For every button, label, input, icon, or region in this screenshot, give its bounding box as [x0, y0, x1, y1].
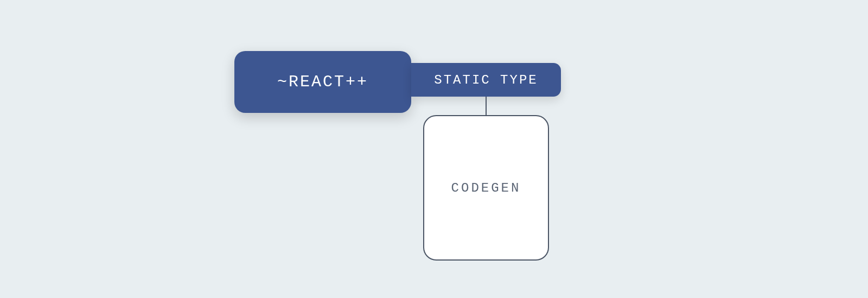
- connector-vertical: [486, 97, 487, 115]
- node-react-plus-plus: ~REACT++: [234, 51, 411, 113]
- node-label: CODEGEN: [451, 181, 521, 195]
- diagram-canvas: ~REACT++ STATIC TYPE CODEGEN: [0, 0, 868, 298]
- node-label: ~REACT++: [277, 73, 368, 91]
- node-static-type: STATIC TYPE: [411, 63, 561, 97]
- node-codegen: CODEGEN: [423, 115, 549, 261]
- node-label: STATIC TYPE: [434, 73, 538, 87]
